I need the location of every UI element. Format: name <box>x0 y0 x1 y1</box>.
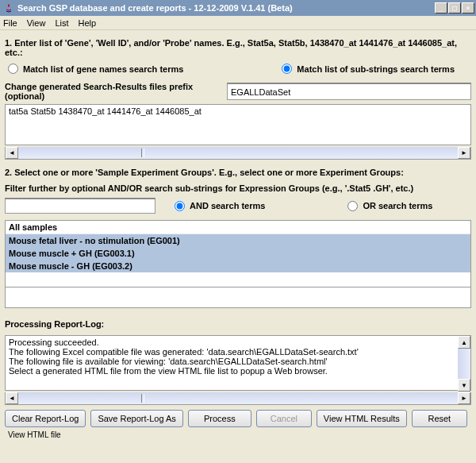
view-html-button[interactable]: View HTML Results <box>317 410 407 427</box>
radio-or-label: OR search terms <box>363 201 432 210</box>
list-item[interactable]: Mouse muscle - GH (EG003.2) <box>6 260 470 272</box>
radio-or-input[interactable] <box>347 201 358 211</box>
java-icon <box>3 2 14 14</box>
experiment-groups-list[interactable]: All samples Mouse fetal liver - no stimu… <box>5 220 471 287</box>
menu-view[interactable]: View <box>27 18 46 28</box>
scroll-track[interactable] <box>18 392 458 404</box>
log-heading: Processing Report-Log: <box>5 319 471 329</box>
list-blank <box>6 272 470 287</box>
reset-button[interactable]: Reset <box>412 410 467 427</box>
cancel-button: Cancel <box>256 410 312 427</box>
radio-gene-names-label: Match list of gene names search terms <box>23 64 183 74</box>
process-button[interactable]: Process <box>188 410 251 427</box>
scroll-left-icon[interactable]: ◄ <box>6 147 18 159</box>
list-header[interactable]: All samples <box>6 221 470 234</box>
scroll-left-icon[interactable]: ◄ <box>6 392 18 404</box>
minimize-button[interactable]: _ <box>435 2 447 14</box>
menubar: File View List Help <box>0 16 476 30</box>
log-vscroll[interactable]: ▲ ▼ <box>458 336 470 392</box>
window-title: Search GSP database and create reports -… <box>17 3 434 13</box>
radio-gene-names-input[interactable] <box>8 64 18 74</box>
radio-or[interactable]: OR search terms <box>344 201 432 211</box>
filter-label: Filter further by optional AND/OR search… <box>5 183 471 193</box>
status-field <box>5 287 471 308</box>
list-item[interactable]: Mouse fetal liver - no stimulation (EG00… <box>6 234 470 247</box>
scroll-right-icon[interactable]: ► <box>458 392 470 404</box>
radio-and-label: AND search terms <box>190 201 265 210</box>
radio-gene-names[interactable]: Match list of gene names search terms <box>5 64 183 74</box>
radio-and-input[interactable] <box>175 201 185 211</box>
prefix-input[interactable] <box>227 83 471 100</box>
clear-log-button[interactable]: Clear Report-Log <box>5 410 86 427</box>
filter-input[interactable] <box>5 198 155 214</box>
scroll-track[interactable] <box>18 147 458 159</box>
menu-file[interactable]: File <box>3 18 17 28</box>
scroll-down-icon[interactable]: ▼ <box>458 379 470 392</box>
scroll-up-icon[interactable]: ▲ <box>458 336 470 349</box>
prefix-label: Change generated Search-Results files pr… <box>5 82 227 101</box>
radio-substrings[interactable]: Match list of sub-strings search terms <box>278 64 455 74</box>
menu-help[interactable]: Help <box>79 18 97 28</box>
close-button[interactable]: × <box>462 2 474 14</box>
button-row: Clear Report-Log Save Report-Log As Proc… <box>5 410 471 427</box>
report-log[interactable] <box>5 335 471 391</box>
scroll-vtrack[interactable] <box>458 349 470 379</box>
section2-heading: 2. Select one or more 'Sample Experiment… <box>5 168 471 177</box>
search-terms-input[interactable] <box>5 104 471 145</box>
scroll-right-icon[interactable]: ► <box>458 147 470 159</box>
list-item[interactable]: Mouse muscle + GH (EG003.1) <box>6 247 470 260</box>
status-bar: View HTML file <box>5 429 471 441</box>
menu-list[interactable]: List <box>55 18 68 28</box>
radio-and[interactable]: AND search terms <box>171 201 265 211</box>
save-log-button[interactable]: Save Report-Log As <box>90 410 182 427</box>
log-hscroll[interactable]: ◄ ► <box>5 392 471 405</box>
maximize-button[interactable]: □ <box>448 2 461 14</box>
section1-heading: 1. Enter list of 'Gene', 'Well ID', and/… <box>5 38 471 57</box>
radio-substrings-label: Match list of sub-strings search terms <box>297 64 455 74</box>
radio-substrings-input[interactable] <box>282 64 292 74</box>
search-terms-hscroll[interactable]: ◄ ► <box>5 147 471 160</box>
titlebar: Search GSP database and create reports -… <box>0 0 476 16</box>
